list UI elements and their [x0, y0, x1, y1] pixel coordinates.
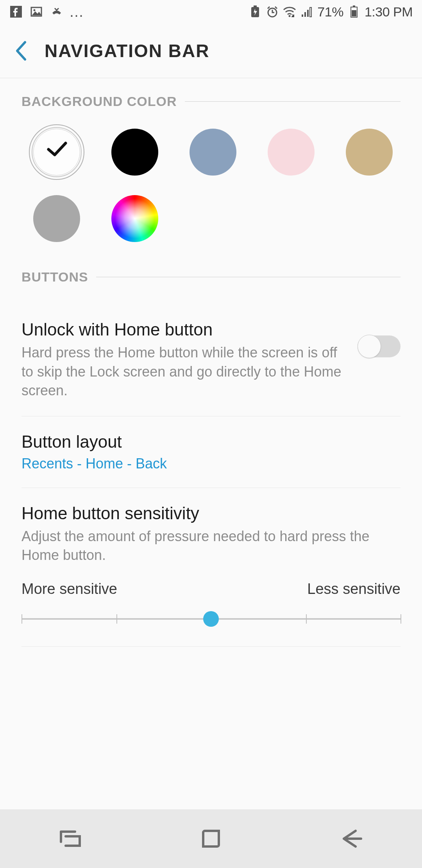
- item-unlock-home[interactable]: Unlock with Home button Hard press the H…: [21, 304, 401, 416]
- nav-home-button[interactable]: [172, 819, 250, 858]
- check-icon: [43, 135, 70, 169]
- alarm-icon: [266, 5, 279, 18]
- svg-rect-10: [310, 7, 311, 17]
- color-swatch-grid: [21, 129, 401, 254]
- app-bar: NAVIGATION BAR: [0, 23, 422, 78]
- back-button[interactable]: [9, 39, 33, 63]
- item-button-layout[interactable]: Button layout Recents - Home - Back: [21, 416, 401, 488]
- missed-call-icon: [50, 5, 63, 18]
- slider-label-left: More sensitive: [21, 581, 117, 597]
- facebook-icon: [9, 5, 23, 18]
- swatch-steel[interactable]: [190, 129, 236, 176]
- svg-rect-4: [254, 5, 257, 7]
- item-desc: Adjust the amount of pressure needed to …: [21, 527, 401, 565]
- svg-rect-8: [304, 12, 306, 17]
- battery-percent: 71%: [317, 4, 343, 20]
- toggle-knob: [358, 335, 381, 358]
- divider: [185, 101, 401, 102]
- svg-rect-13: [353, 5, 355, 7]
- toggle-unlock-home[interactable]: [358, 335, 401, 357]
- svg-point-6: [289, 15, 291, 17]
- section-buttons: BUTTONS Unlock with Home button Hard pre…: [0, 254, 422, 662]
- item-home-sensitivity: Home button sensitivity Adjust the amoun…: [21, 488, 401, 662]
- swatch-pink[interactable]: [268, 129, 315, 176]
- divider: [96, 277, 401, 277]
- slider-tick: [116, 614, 117, 624]
- item-title: Unlock with Home button: [21, 320, 346, 339]
- wifi-icon: [283, 5, 296, 18]
- more-icon: …: [70, 5, 84, 18]
- nav-back-button[interactable]: [313, 819, 391, 858]
- item-value: Recents - Home - Back: [21, 456, 401, 472]
- battery-icon: [347, 5, 361, 18]
- item-title: Home button sensitivity: [21, 504, 401, 523]
- section-label-bgcolor: BACKGROUND COLOR: [21, 94, 177, 109]
- slider-tick: [21, 614, 22, 624]
- image-icon: [30, 5, 43, 18]
- item-title: Button layout: [21, 432, 401, 452]
- swatch-custom-color[interactable]: [111, 195, 158, 242]
- sensitivity-slider[interactable]: [21, 611, 401, 627]
- item-desc: Hard press the Home button while the scr…: [21, 343, 346, 400]
- swatch-white[interactable]: [33, 129, 80, 176]
- slider-thumb[interactable]: [203, 611, 219, 627]
- swatch-tan[interactable]: [346, 129, 393, 176]
- svg-point-2: [34, 9, 36, 11]
- swatch-black[interactable]: [111, 129, 158, 176]
- nav-recents-button[interactable]: [31, 819, 109, 858]
- slider-label-right: Less sensitive: [307, 581, 401, 597]
- page-title: NAVIGATION BAR: [45, 40, 209, 61]
- clock-text: 1:30 PM: [365, 4, 413, 20]
- section-label-buttons: BUTTONS: [21, 269, 88, 285]
- status-bar: … 71% 1:30 PM: [0, 0, 422, 23]
- battery-saver-icon: [249, 5, 262, 18]
- slider-tick: [401, 614, 401, 624]
- swatch-gray[interactable]: [33, 195, 80, 242]
- slider-tick: [306, 614, 307, 624]
- svg-rect-7: [302, 14, 303, 17]
- svg-rect-9: [307, 10, 309, 17]
- signal-icon: [300, 5, 313, 18]
- navigation-bar: [0, 809, 422, 868]
- svg-rect-12: [352, 10, 356, 16]
- section-background-color: BACKGROUND COLOR: [0, 78, 422, 254]
